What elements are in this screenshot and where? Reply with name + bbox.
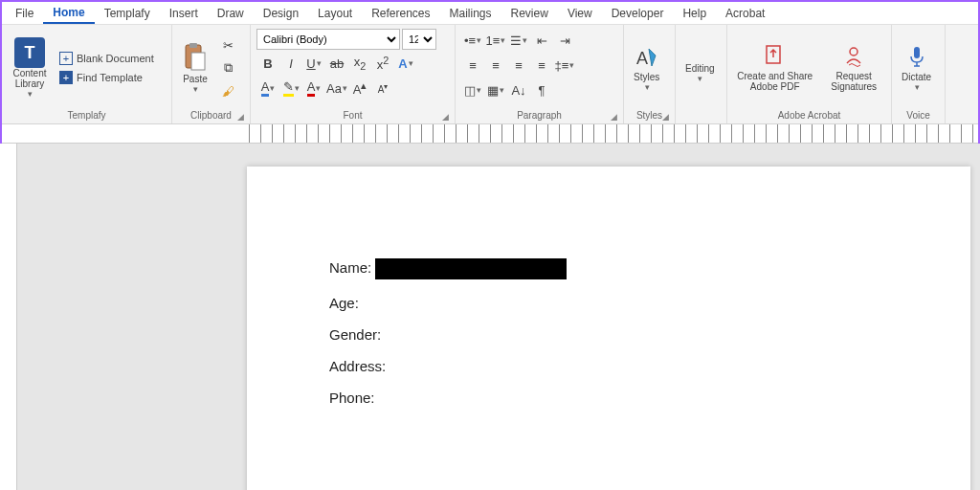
chevron-down-icon: ▾	[28, 89, 33, 99]
chevron-down-icon: ▾	[915, 82, 920, 92]
inc-indent-icon: ⇥	[560, 33, 570, 48]
group-label-font: Font◢	[255, 109, 451, 122]
paste-icon	[182, 43, 209, 72]
linespace-icon: ‡≡	[555, 58, 569, 73]
subscript-button[interactable]: x2	[348, 52, 371, 75]
tab-draw[interactable]: Draw	[208, 4, 254, 23]
editing-button[interactable]: Editing ▾	[679, 34, 721, 113]
scissors-icon: ✂	[223, 38, 234, 53]
tab-mailings[interactable]: Mailings	[440, 4, 501, 23]
show-marks-button[interactable]: ¶	[530, 78, 553, 101]
request-signatures-button[interactable]: Request Signatures	[820, 29, 887, 107]
underline-button[interactable]: U▾	[302, 52, 325, 75]
align-right-button[interactable]: ≡	[507, 54, 530, 77]
mic-icon	[906, 45, 927, 70]
tab-design[interactable]: Design	[254, 4, 308, 23]
field-age: Age:	[329, 295, 970, 311]
bold-button[interactable]: B	[256, 52, 279, 75]
vertical-ruler[interactable]	[0, 144, 17, 490]
styles-label: Styles	[634, 72, 659, 82]
group-label-editing	[679, 120, 723, 122]
document-workspace: Name: Age: Gender: Address: Phone:	[0, 144, 980, 490]
borders-button[interactable]: ▦▾	[484, 78, 507, 101]
dictate-button[interactable]: Dictate ▾	[896, 29, 937, 107]
svg-text:A: A	[636, 49, 648, 68]
styles-button[interactable]: A Styles ▾	[628, 29, 665, 107]
field-phone: Phone:	[329, 390, 970, 406]
font-color-button[interactable]: A▾	[302, 77, 325, 100]
chevron-down-icon: ▾	[645, 82, 650, 92]
document-page[interactable]: Name: Age: Gender: Address: Phone:	[247, 167, 970, 490]
alignright-icon: ≡	[515, 58, 523, 73]
horizontal-ruler[interactable]	[2, 124, 978, 144]
highlight-icon: ✎	[283, 79, 294, 97]
justify-icon: ≡	[538, 58, 546, 73]
styles-launcher[interactable]: ◢	[662, 112, 669, 122]
shrink-font-button[interactable]: A▾	[371, 77, 394, 100]
aligncenter-icon: ≡	[492, 58, 500, 73]
align-left-button[interactable]: ≡	[461, 54, 484, 77]
numbering-button[interactable]: 1≡▾	[484, 29, 507, 52]
grow-font-button[interactable]: A▴	[348, 77, 371, 100]
font-size-select[interactable]: 12	[402, 29, 436, 50]
font-color-button2[interactable]: A▾	[256, 77, 279, 100]
paste-button[interactable]: Paste ▾	[176, 29, 214, 107]
copy-icon: ⧉	[224, 60, 233, 76]
strikethrough-button[interactable]: ab	[325, 52, 348, 75]
font-launcher[interactable]: ◢	[442, 112, 449, 122]
group-label-styles: Styles◢	[628, 109, 671, 122]
tab-references[interactable]: References	[362, 4, 439, 23]
justify-button[interactable]: ≡	[530, 54, 553, 77]
clipboard-launcher[interactable]: ◢	[237, 112, 244, 122]
group-voice: Dictate ▾ Voice	[892, 25, 946, 123]
tab-layout[interactable]: Layout	[308, 4, 362, 23]
find-template-button[interactable]: + Find Template	[56, 69, 158, 86]
line-spacing-button[interactable]: ‡≡▾	[553, 54, 576, 77]
document-body[interactable]: Name: Age: Gender: Address: Phone:	[247, 167, 970, 406]
menu-bar: File Home Templafy Insert Draw Design La…	[2, 2, 978, 25]
change-case-button[interactable]: Aa▾	[325, 77, 348, 100]
paste-label: Paste	[183, 74, 208, 84]
format-painter-button[interactable]: 🖌	[216, 79, 239, 102]
paragraph-launcher[interactable]: ◢	[611, 112, 617, 122]
sort-button[interactable]: A↓	[507, 78, 530, 101]
increase-indent-button[interactable]: ⇥	[553, 29, 576, 52]
tab-file[interactable]: File	[6, 4, 43, 23]
text-effects-icon: A	[398, 56, 407, 71]
highlight-button[interactable]: ✎▾	[279, 77, 302, 100]
content-library-button[interactable]: T Content Library ▾	[6, 29, 54, 107]
italic-button[interactable]: I	[279, 52, 302, 75]
tab-view[interactable]: View	[558, 4, 602, 23]
tab-acrobat[interactable]: Acrobat	[716, 4, 774, 23]
bullets-button[interactable]: •≡▾	[461, 29, 484, 52]
create-share-label-2: Adobe PDF	[750, 81, 800, 92]
chevron-down-icon: ▾	[698, 74, 702, 83]
shading-icon: ◫	[464, 83, 476, 98]
shading-button[interactable]: ◫▾	[461, 78, 484, 101]
group-paragraph: •≡▾ 1≡▾ ☰▾ ⇤ ⇥ ≡ ≡ ≡ ≡ ‡≡▾ ◫▾ ▦▾ A↓ ¶ Pa…	[456, 25, 624, 123]
superscript-button[interactable]: x2	[371, 52, 394, 75]
text-effects-button[interactable]: A▾	[394, 52, 417, 75]
align-center-button[interactable]: ≡	[484, 54, 507, 77]
blank-document-button[interactable]: + Blank Document	[56, 50, 158, 67]
pilcrow-icon: ¶	[539, 83, 546, 98]
group-label-clipboard: Clipboard◢	[176, 109, 246, 122]
tab-help[interactable]: Help	[673, 4, 716, 23]
tab-templafy[interactable]: Templafy	[95, 4, 160, 23]
copy-button[interactable]: ⧉	[216, 56, 239, 79]
tab-developer[interactable]: Developer	[602, 4, 674, 23]
tab-review[interactable]: Review	[501, 4, 558, 23]
cut-button[interactable]: ✂	[216, 33, 239, 56]
group-font: Calibri (Body) 12 B I U▾ ab x2 x2 A▾ A▾ …	[251, 25, 456, 123]
chevron-down-icon: ▾	[193, 84, 198, 94]
strike-icon: ab	[330, 56, 344, 71]
tab-home[interactable]: Home	[43, 3, 94, 24]
multilevel-button[interactable]: ☰▾	[507, 29, 530, 52]
bold-icon: B	[263, 56, 272, 71]
tab-insert[interactable]: Insert	[160, 4, 208, 23]
font-name-select[interactable]: Calibri (Body)	[256, 29, 400, 50]
pdf-share-icon	[763, 44, 788, 69]
create-share-pdf-button[interactable]: Create and Share Adobe PDF	[731, 29, 818, 107]
decrease-indent-button[interactable]: ⇤	[530, 29, 553, 52]
fontcolor-icon: A	[307, 79, 316, 97]
